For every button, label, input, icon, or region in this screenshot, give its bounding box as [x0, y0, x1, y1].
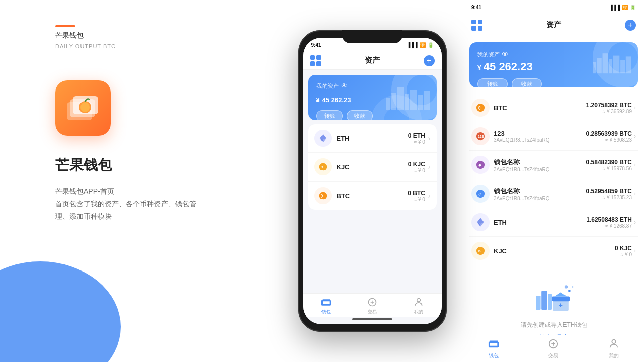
profile-nav-icon [413, 297, 424, 308]
eye-icon[interactable]: 👁 [341, 82, 348, 90]
phone-coin-kjc[interactable]: K KJC 0 KJC ≈ ¥ 0 › [308, 153, 437, 182]
rp-nav-trade[interactable]: 交易 [548, 338, 559, 359]
phone-nav-profile[interactable]: 我的 [413, 297, 424, 315]
rp-nav-profile[interactable]: 我的 [608, 338, 619, 359]
phone-nav-wallet[interactable]: 钱包 [320, 297, 332, 315]
add-button[interactable]: + [424, 55, 435, 66]
app-icon-inner [63, 88, 103, 128]
eth-name: ETH [337, 135, 408, 142]
rp-content: 我的资产 👁 ¥45 262.23 转账 收款 ₿ BTC 1.20758392… [463, 36, 644, 335]
svg-rect-6 [391, 93, 396, 110]
svg-rect-41 [536, 296, 541, 310]
brand-title: 芒果钱包 [55, 31, 84, 40]
svg-point-51 [612, 339, 615, 343]
rp-btc-icon: ₿ [471, 99, 490, 117]
svg-rect-22 [597, 58, 602, 73]
svg-point-20 [417, 299, 420, 302]
rp-123-arrow: › [634, 133, 636, 140]
rp-signal-icon: ▐▐▐ [609, 5, 620, 10]
rp-coin-wallet1[interactable]: ◆ 钱包名称 3AvEQt1R8...TsZ4fpaRQ 0.58482390 … [469, 151, 638, 179]
svg-rect-43 [548, 294, 552, 310]
rp-add-button[interactable]: + [625, 20, 636, 31]
rp-grid-icon[interactable] [471, 20, 482, 31]
grid-icon[interactable] [310, 55, 321, 66]
wifi-icon: 🛜 [420, 42, 426, 48]
app-desc: 芒果钱包APP-首页 首页包含了我的资产、各个币种资产、钱包管 理、添加币种模块 [55, 185, 196, 223]
rp-coin-kjc[interactable]: K KJC 0 KJC ≈ ¥ 0 › [469, 237, 638, 265]
svg-point-48 [564, 285, 567, 288]
rp-kjc-info: KJC [494, 247, 615, 255]
empty-state: + 请先创建或导入ETH钱包 创建 导入 [469, 265, 638, 335]
rp-wallet-nav-label: 钱包 [489, 352, 499, 359]
phone-asset-label: 我的资产 👁 [316, 82, 429, 90]
rp-123-balance: 0.28563939 BTC ≈ ¥ 5908.23 [586, 130, 632, 143]
rp-123-icon: 123 [471, 127, 490, 145]
blue-decoration [0, 261, 121, 362]
rp-wallet2-icon: ◇ [471, 185, 490, 203]
rp-asset-label: 我的资产 👁 [477, 50, 630, 58]
svg-text:+: + [558, 301, 562, 309]
rp-header: 资产 + [463, 14, 644, 36]
phone-nav-trade[interactable]: 交易 [367, 297, 378, 315]
rp-transfer-btn[interactable]: 转账 [477, 78, 508, 87]
svg-rect-10 [418, 95, 423, 110]
svg-point-28 [476, 104, 485, 112]
rp-wifi-icon: 🛜 [622, 5, 628, 10]
phone-transfer-btn[interactable]: 转账 [316, 110, 343, 120]
kjc-arrow: › [428, 163, 431, 171]
app-icon-svg [63, 88, 103, 128]
eth-arrow: › [428, 134, 431, 142]
svg-text:◆: ◆ [478, 163, 482, 167]
rp-coin-eth[interactable]: ETH 1.62508483 ETH ≈ ¥ 1268.87 › [469, 208, 638, 237]
app-name: 芒果钱包 [55, 156, 112, 175]
svg-rect-21 [593, 62, 596, 73]
svg-rect-9 [410, 90, 417, 110]
rp-header-title: 资产 [546, 20, 561, 30]
phone-notch [342, 30, 403, 43]
rp-coin-wallet2[interactable]: ◇ 钱包名称 3AvEQt1R8...TsZ4fpaRQ 0.52954859 … [469, 179, 638, 208]
rp-battery-icon: 🔋 [630, 5, 636, 10]
svg-text:₿: ₿ [320, 194, 323, 198]
rp-wallet1-icon: ◆ [471, 156, 490, 174]
phone-coin-btc[interactable]: ₿ BTC 0 BTC ≈ ¥ 0 › [308, 182, 437, 210]
eth-balance: 0 ETH ≈ ¥ 0 [408, 132, 425, 145]
rp-wallet-nav-icon [488, 338, 499, 351]
trade-nav-label: 交易 [368, 309, 377, 315]
phone-bottom-nav: 钱包 交易 我的 [303, 293, 442, 317]
svg-rect-8 [405, 94, 409, 110]
rp-profile-nav-label: 我的 [609, 352, 619, 359]
rp-eth-arrow: › [634, 219, 636, 226]
rp-asset-card: 我的资产 👁 ¥45 262.23 转账 收款 [469, 42, 638, 87]
svg-rect-42 [541, 291, 547, 310]
phone-coin-eth[interactable]: ETH 0 ETH ≈ ¥ 0 › [308, 124, 437, 153]
app-icon [55, 80, 111, 136]
rp-bottom-nav: 钱包 交易 我的 [463, 335, 644, 362]
rp-receive-btn[interactable]: 收款 [512, 78, 542, 87]
rp-coin-btc[interactable]: ₿ BTC 1.20758392 BTC ≈ ¥ 36592.89 › [469, 94, 638, 122]
orange-line [55, 25, 75, 27]
rp-eth-balance: 1.62508483 ETH ≈ ¥ 1268.87 [586, 216, 632, 229]
wallet-nav-label: 钱包 [321, 309, 331, 315]
svg-point-4 [80, 102, 90, 112]
rp-123-info: 123 3AvEQt1R8...TsZ4fpaRQ [494, 130, 586, 143]
rp-eye-icon[interactable]: 👁 [502, 50, 509, 58]
rp-coin-123[interactable]: 123 123 3AvEQt1R8...TsZ4fpaRQ 0.28563939… [469, 122, 638, 151]
svg-rect-26 [620, 60, 625, 74]
svg-rect-45 [552, 297, 570, 302]
rp-nav-wallet[interactable]: 钱包 [488, 338, 499, 359]
svg-rect-5 [386, 98, 390, 110]
rp-btc-balance: 1.20758392 BTC ≈ ¥ 36592.89 [586, 102, 632, 114]
phone-coin-list: ETH 0 ETH ≈ ¥ 0 › K KJC 0 KJC ≈ ¥ 0 [308, 124, 437, 210]
phone-outer: 9:41 ▐▐▐ 🛜 🔋 资产 + [298, 30, 447, 332]
svg-point-17 [319, 192, 327, 200]
rp-status-icons: ▐▐▐ 🛜 🔋 [609, 5, 636, 10]
phone-home-bar [352, 318, 392, 320]
eth-icon [314, 130, 332, 147]
rp-trade-nav-icon [548, 338, 559, 351]
rp-kjc-balance: 0 KJC ≈ ¥ 0 [615, 245, 632, 257]
phone-receive-btn[interactable]: 收款 [347, 110, 373, 120]
profile-nav-label: 我的 [414, 309, 423, 315]
battery-icon: 🔋 [428, 42, 434, 48]
phone-asset-card: 我的资产 👁 ¥45 262.23 转账 收款 [308, 75, 437, 120]
phone-app-header: 资产 + [303, 52, 442, 70]
